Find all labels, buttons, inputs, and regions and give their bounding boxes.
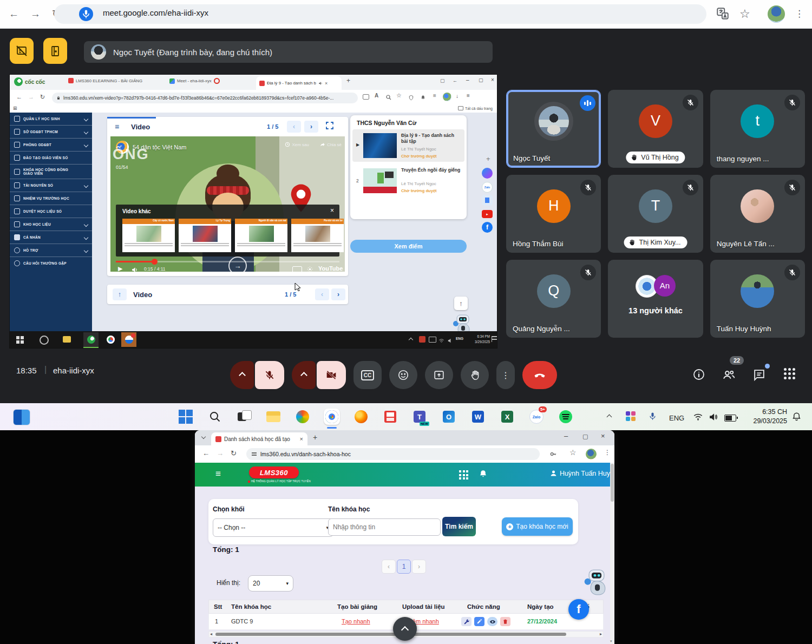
prev-page-button[interactable]: ‹ xyxy=(287,121,301,133)
sidebar-item-duyet-hoc-lieu[interactable]: DUYỆT HỌC LIỆU SỐ xyxy=(10,205,92,218)
sidebar-item-quan-ly-hoc-sinh[interactable]: QUẢN LÝ HỌC SINH xyxy=(10,113,92,126)
file-explorer-icon[interactable] xyxy=(265,409,281,425)
leave-call-button[interactable] xyxy=(522,361,557,389)
inner-coccoc-icon[interactable] xyxy=(83,332,99,348)
browser-menu-icon[interactable]: ⋮ xyxy=(795,0,804,28)
hscroll-thumb[interactable] xyxy=(215,633,566,636)
lms-bell-icon[interactable] xyxy=(479,469,488,481)
youtube-channel-icon[interactable]: ▸ xyxy=(482,210,493,218)
wifi-icon[interactable] xyxy=(693,412,703,424)
collapse-up-button[interactable]: ↑ xyxy=(113,288,127,300)
pager-prev-button[interactable]: ‹ xyxy=(382,560,396,574)
facebook-float-icon-2[interactable]: f xyxy=(568,599,589,620)
lms-restore-icon[interactable]: ▢ xyxy=(582,433,588,440)
extensions-icon[interactable]: ≡ xyxy=(433,93,436,98)
inner-forward-icon[interactable]: → xyxy=(28,94,34,100)
captions-button[interactable]: CC xyxy=(353,361,382,389)
pager-next-button[interactable]: › xyxy=(412,560,426,574)
inner-search-icon[interactable] xyxy=(40,336,49,345)
word-icon[interactable]: W xyxy=(470,409,486,425)
participant-tile-ngoc-tuyet[interactable]: Ngọc Tuyết xyxy=(506,90,601,168)
inner-maximize-icon[interactable]: ▢ xyxy=(479,77,483,83)
player-settings-icon[interactable] xyxy=(306,265,313,272)
chatbot-mascot-2[interactable] xyxy=(579,567,611,598)
people-panel-icon[interactable] xyxy=(722,368,736,384)
inner-tab-active[interactable]: Địa lý 9 - Tạo danh sách b × xyxy=(256,76,342,90)
reader-icon[interactable] xyxy=(363,94,369,100)
shield-icon[interactable] xyxy=(408,93,414,103)
sidebar-item-kho-hoc-lieu[interactable]: KHO HỌC LIỆU xyxy=(10,218,92,231)
inner-address-bar[interactable]: lms360.edu.vn/xem-video?p=782d797b-0416-… xyxy=(52,93,358,103)
next-page-button[interactable]: › xyxy=(304,121,318,133)
inner-sidebar-icon[interactable]: ▢ xyxy=(440,78,445,83)
inner-chrome-icon[interactable] xyxy=(103,332,118,347)
inner-back-icon[interactable]: ← xyxy=(16,94,22,100)
watch-later-button[interactable]: Xem sau xyxy=(285,142,309,147)
lms-tab-close-icon[interactable]: × xyxy=(300,436,303,442)
view-eye-icon[interactable] xyxy=(487,617,497,626)
sidebar-item-ho-tro[interactable]: HỖ TRỢ xyxy=(10,244,92,257)
reactions-button[interactable] xyxy=(389,361,417,389)
back-icon[interactable]: ← xyxy=(9,0,19,28)
tray-app-icon[interactable] xyxy=(419,336,425,343)
sidebar-item-tai-nguyen-so[interactable]: TÀI NGUYÊN SỐ xyxy=(10,179,92,192)
firefox-icon[interactable] xyxy=(353,409,369,425)
forward-icon[interactable]: → xyxy=(30,0,41,28)
video-thumb[interactable]: Cây cỏ nước Nam xyxy=(122,219,175,252)
lms-browser-window[interactable]: Danh sách khoá học đã tạo × + – ▢ × ← → … xyxy=(195,430,614,644)
mic-options-button[interactable] xyxy=(230,361,254,389)
overlay-close-icon[interactable]: × xyxy=(330,207,334,214)
page-size-select[interactable]: 20 ▾ xyxy=(248,575,293,592)
lms-menu-icon[interactable]: ⋮ xyxy=(604,449,611,456)
inner-zalo-icon[interactable] xyxy=(121,332,136,347)
tray-expand-icon[interactable] xyxy=(409,338,413,342)
zalo-icon[interactable]: Zalo5+ xyxy=(528,409,545,425)
meeting-details-icon[interactable] xyxy=(692,368,705,383)
chrome-icon-active[interactable] xyxy=(324,409,340,425)
lms-user-menu[interactable]: Huỳnh Tuấn Huy xyxy=(549,469,610,477)
pager-page-1[interactable]: 1 xyxy=(397,560,411,574)
grade-select[interactable]: -- Chọn -- ▾ xyxy=(213,518,333,537)
inner-language-label[interactable]: ENG xyxy=(456,337,463,340)
inner-explorer-icon[interactable] xyxy=(63,336,71,343)
participant-tile-thi-kim-xuy[interactable]: T Thị Kim Xuy... xyxy=(608,175,703,253)
start-icon[interactable] xyxy=(178,409,194,425)
mic-toggle-button[interactable] xyxy=(255,361,284,389)
excel-icon[interactable]: X xyxy=(499,409,515,425)
sidebar-item-khoa-hoc-cong-dong[interactable]: KHÓA HỌC CỘNG ĐỒNG GIÁO VIÊN xyxy=(10,165,92,179)
video-thumb[interactable]: Lý Tự Trọng xyxy=(179,219,231,252)
present-button[interactable] xyxy=(425,361,453,389)
system-clock[interactable]: 6:35 CH 29/03/2025 xyxy=(743,408,787,426)
zoom-icon[interactable] xyxy=(385,93,392,103)
sidebar-item-ca-nhan[interactable]: CÁ NHÂN xyxy=(10,231,92,244)
progress-track[interactable] xyxy=(116,261,339,262)
participant-tile-others[interactable]: An 13 người khác xyxy=(608,260,703,338)
battery-icon[interactable] xyxy=(724,414,736,424)
tray-window-icon[interactable] xyxy=(429,337,436,343)
lms-close-icon[interactable]: × xyxy=(601,432,605,440)
youtube-logo[interactable]: YouTube xyxy=(318,265,343,272)
lms-tab-active[interactable]: Danh sách khoá học đã tạo × xyxy=(211,432,307,445)
playlist-item[interactable]: 2 Truyện Ếch ngồi đáy giếng Lê Thị Tuyết… xyxy=(352,164,464,198)
inner-minimize-icon[interactable]: – xyxy=(466,77,469,83)
notification-bell-icon[interactable] xyxy=(791,411,802,424)
passkey-icon[interactable] xyxy=(549,450,557,460)
activities-icon[interactable] xyxy=(784,368,795,379)
sidebar-item-phong-gddt[interactable]: PHÒNG GD&ĐT xyxy=(10,139,92,152)
social-add-icon[interactable]: + xyxy=(486,155,490,163)
camera-options-button[interactable] xyxy=(292,361,316,389)
lms-address-bar[interactable]: lms360.edu.vn/danh-sach-khoa-hoc xyxy=(246,448,540,460)
url-text[interactable]: meet.google.com/eha-iidi-xyx xyxy=(103,8,208,17)
config-wrench-icon[interactable] xyxy=(461,617,472,626)
lms-minimize-icon[interactable]: – xyxy=(564,432,568,440)
participant-tile-thang-nguyen[interactable]: t thang nguyen ... xyxy=(710,90,805,168)
chat-panel-icon[interactable] xyxy=(752,368,766,384)
sidebar-item-so-gddt[interactable]: SỞ GD&ĐT TPHCM xyxy=(10,126,92,139)
lms-apps-grid-icon[interactable] xyxy=(459,470,468,479)
widgets-icon[interactable] xyxy=(13,409,30,425)
inner-history-icon[interactable]: ← xyxy=(453,78,457,83)
doc-share-icon[interactable] xyxy=(482,195,493,206)
lms-profile-avatar[interactable] xyxy=(586,449,597,459)
inner-tab-1[interactable]: LMS360 ELEARNING - BÀI GIẢNG xyxy=(68,78,161,83)
panel-menu-icon[interactable]: ≡ xyxy=(115,122,119,131)
